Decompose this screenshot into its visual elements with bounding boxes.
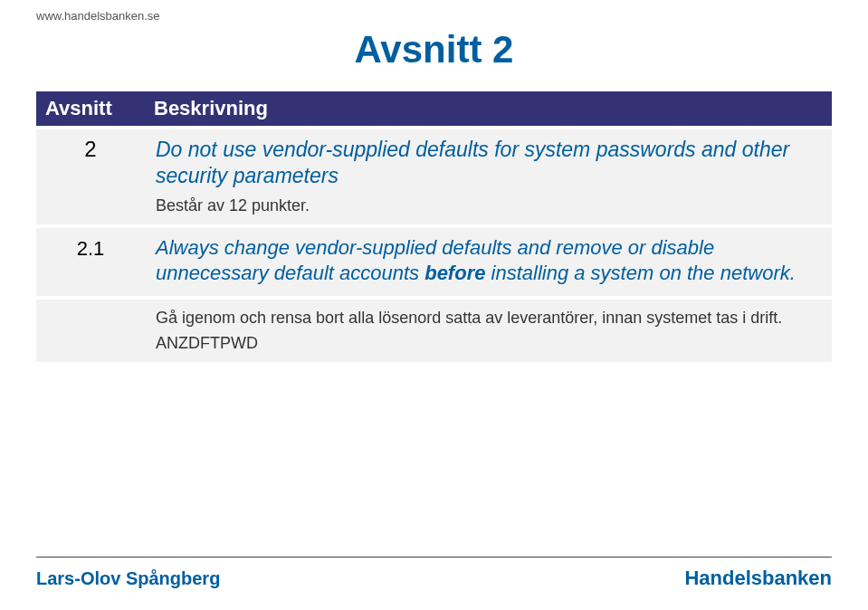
extra-text: Gå igenom och rensa bort alla lösenord s… [156, 307, 821, 329]
header-url: www.handelsbanken.se [36, 9, 832, 23]
col-header-section: Avsnitt [36, 91, 145, 128]
col-header-description: Beskrivning [145, 91, 832, 128]
command-text: ANZDFTPWD [156, 334, 821, 353]
section-note-text: Består av 12 punkter. [156, 196, 821, 215]
page-title: Avsnitt 2 [36, 28, 832, 71]
footer-brand: Handelsbanken [684, 567, 832, 590]
table-row: 2.1 Always change vendor-supplied defaul… [36, 226, 832, 298]
section-number: 2 [36, 128, 145, 226]
table-row: 2 Do not use vendor-supplied defaults fo… [36, 128, 832, 226]
table-header-row: Avsnitt Beskrivning [36, 91, 832, 128]
section-main-text: Do not use vendor-supplied defaults for … [156, 137, 821, 189]
footer-author: Lars-Olov Spångberg [36, 568, 220, 589]
section-description-cell: Do not use vendor-supplied defaults for … [145, 128, 832, 226]
content-table: Avsnitt Beskrivning 2 Do not use vendor-… [36, 91, 832, 366]
subsection-text-bold: before [424, 262, 485, 284]
table-row: Gå igenom och rensa bort alla lösenord s… [36, 298, 832, 364]
extra-description-cell: Gå igenom och rensa bort alla lösenord s… [145, 298, 832, 364]
subsection-text-post: installing a system on the network. [485, 262, 795, 284]
slide-page: www.handelsbanken.se Avsnitt 2 Avsnitt B… [0, 0, 868, 610]
subsection-text: Always change vendor-supplied defaults a… [156, 235, 821, 287]
subsection-number: 2.1 [36, 226, 145, 298]
footer-divider [36, 557, 832, 558]
footer: Lars-Olov Spångberg Handelsbanken [36, 557, 832, 590]
footer-row: Lars-Olov Spångberg Handelsbanken [36, 567, 832, 590]
subsection-description-cell: Always change vendor-supplied defaults a… [145, 226, 832, 298]
empty-section-number [36, 298, 145, 364]
